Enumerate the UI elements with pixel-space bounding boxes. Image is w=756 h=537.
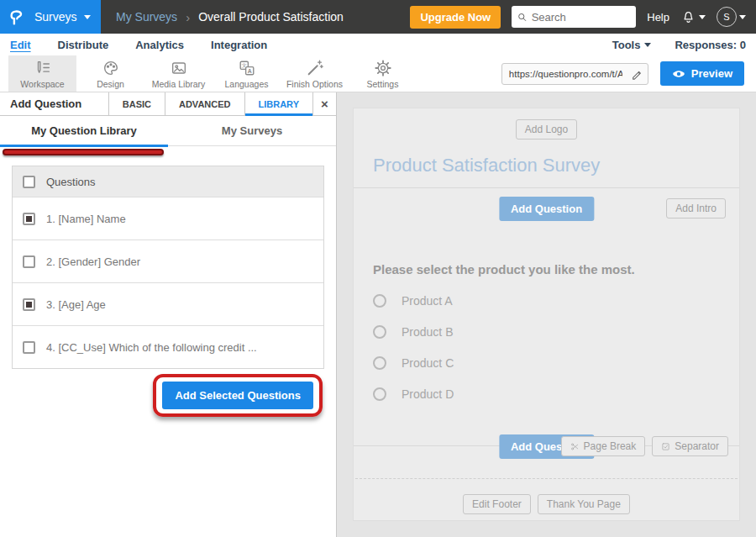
upgrade-now-button[interactable]: Upgrade Now bbox=[410, 6, 501, 29]
tab-basic[interactable]: BASIC bbox=[108, 92, 165, 115]
account-menu[interactable]: S bbox=[717, 7, 746, 27]
close-icon[interactable]: × bbox=[312, 92, 336, 115]
search-input[interactable] bbox=[532, 11, 631, 24]
option-product-d[interactable]: Product D bbox=[373, 387, 720, 401]
page-break-button[interactable]: Page Break bbox=[561, 436, 646, 456]
dashed-divider bbox=[355, 478, 738, 479]
separator-label: Separator bbox=[675, 440, 719, 452]
chevron-down-icon bbox=[699, 15, 706, 19]
responses-count: Responses: 0 bbox=[675, 39, 746, 51]
option-label: Product D bbox=[402, 387, 454, 401]
toolbar-workspace[interactable]: Workspace bbox=[8, 55, 76, 92]
add-question-top-button[interactable]: Add Question bbox=[499, 197, 594, 221]
pencil-icon bbox=[631, 68, 643, 80]
search-icon bbox=[517, 12, 527, 23]
survey-section-nav: Edit Distribute Analytics Integration To… bbox=[0, 34, 756, 55]
toolbar-finish-options[interactable]: Finish Options bbox=[281, 55, 349, 92]
radio-icon[interactable] bbox=[373, 294, 386, 308]
media-library-icon bbox=[170, 59, 188, 77]
thank-you-page-button[interactable]: Thank You Page bbox=[538, 494, 630, 514]
option-label: Product C bbox=[402, 356, 454, 370]
question-library-list: Questions 1. [Name] Name 2. [Gender] Gen… bbox=[12, 166, 324, 369]
tab-analytics[interactable]: Analytics bbox=[135, 39, 184, 51]
survey-title[interactable]: Product Satisfaction Survey bbox=[373, 155, 720, 176]
eye-icon bbox=[672, 69, 685, 79]
option-product-c[interactable]: Product C bbox=[373, 356, 720, 370]
checkbox-check-icon bbox=[661, 442, 670, 451]
subtab-my-surveys[interactable]: My Surveys bbox=[168, 116, 336, 145]
brand-menu-label: Surveys bbox=[34, 10, 77, 24]
list-item-question-2[interactable]: 2. [Gender] Gender bbox=[13, 240, 323, 282]
divider bbox=[354, 187, 739, 188]
option-product-b[interactable]: Product B bbox=[373, 325, 720, 339]
survey-preview-paper: Add Logo Product Satisfaction Survey Add… bbox=[353, 108, 740, 521]
list-item-question-4[interactable]: 4. [CC_Use] Which of the following credi… bbox=[13, 325, 323, 368]
questionpro-logo-icon bbox=[8, 7, 27, 27]
global-search[interactable] bbox=[512, 6, 636, 28]
toolbar-label: Settings bbox=[367, 79, 399, 89]
toolbar-design[interactable]: Design bbox=[76, 55, 144, 92]
tools-menu[interactable]: Tools bbox=[612, 39, 652, 51]
question-list-header-label: Questions bbox=[46, 176, 96, 188]
list-item-question-3[interactable]: 3. [Age] Age bbox=[13, 282, 323, 325]
workspace-icon bbox=[34, 59, 52, 77]
tab-integration[interactable]: Integration bbox=[211, 39, 267, 51]
question-label: 2. [Gender] Gender bbox=[46, 255, 140, 268]
finish-options-icon bbox=[306, 59, 324, 77]
panel-title: Add Question bbox=[0, 92, 108, 115]
breadcrumb-my-surveys[interactable]: My Surveys bbox=[116, 10, 177, 24]
question-checkbox[interactable] bbox=[23, 341, 35, 354]
separator-button[interactable]: Separator bbox=[652, 436, 728, 456]
settings-icon bbox=[374, 59, 392, 77]
radio-icon[interactable] bbox=[373, 325, 386, 339]
breadcrumb-separator: › bbox=[186, 10, 190, 24]
add-logo-button[interactable]: Add Logo bbox=[516, 119, 577, 140]
help-link[interactable]: Help bbox=[647, 11, 669, 24]
option-product-a[interactable]: Product A bbox=[373, 294, 720, 308]
design-icon bbox=[102, 59, 120, 77]
chevron-down-icon bbox=[84, 15, 91, 19]
brand-surveys-menu[interactable]: Surveys bbox=[0, 0, 101, 34]
toolbar-label: Languages bbox=[225, 79, 269, 89]
toolbar-media-library[interactable]: Media Library bbox=[144, 55, 213, 92]
notifications-menu[interactable] bbox=[680, 9, 706, 25]
scissors-icon bbox=[570, 442, 580, 451]
breadcrumb-current-survey: Overall Product Satisfaction bbox=[198, 10, 344, 24]
tab-library[interactable]: LIBRARY bbox=[244, 92, 312, 115]
question-preview[interactable]: Please select the product you like the m… bbox=[354, 225, 739, 401]
toolbar-label: Design bbox=[97, 79, 124, 89]
toolbar-settings[interactable]: Settings bbox=[349, 55, 417, 92]
toolbar-label: Finish Options bbox=[286, 79, 343, 89]
preview-label: Preview bbox=[691, 67, 732, 80]
edit-footer-button[interactable]: Edit Footer bbox=[463, 494, 531, 514]
languages-icon: 文 A bbox=[238, 59, 256, 77]
svg-text:A: A bbox=[247, 67, 251, 73]
toolbar-languages[interactable]: 文 A Languages bbox=[213, 55, 281, 92]
red-highlight-underline bbox=[3, 149, 164, 155]
question-label: 3. [Age] Age bbox=[46, 298, 106, 311]
question-checkbox[interactable] bbox=[23, 255, 35, 268]
tab-advanced[interactable]: ADVANCED bbox=[165, 92, 244, 115]
option-label: Product A bbox=[402, 294, 453, 308]
radio-icon[interactable] bbox=[373, 356, 386, 370]
preview-button[interactable]: Preview bbox=[660, 61, 744, 86]
tab-distribute[interactable]: Distribute bbox=[58, 39, 109, 51]
question-text: Please select the product you like the m… bbox=[373, 262, 720, 276]
select-all-checkbox[interactable] bbox=[23, 176, 35, 188]
question-checkbox[interactable] bbox=[23, 213, 35, 225]
question-label: 4. [CC_Use] Which of the following credi… bbox=[46, 341, 257, 354]
radio-icon[interactable] bbox=[373, 387, 386, 401]
toolbar-label: Workspace bbox=[20, 79, 64, 89]
add-question-panel: Add Question BASIC ADVANCED LIBRARY × My… bbox=[0, 92, 337, 537]
add-selected-questions-button[interactable]: Add Selected Questions bbox=[162, 382, 313, 409]
toolbar-label: Media Library bbox=[152, 79, 206, 89]
tab-edit[interactable]: Edit bbox=[10, 39, 31, 51]
question-checkbox[interactable] bbox=[23, 298, 35, 311]
survey-url-input[interactable] bbox=[502, 69, 626, 79]
subtab-my-question-library[interactable]: My Question Library bbox=[0, 116, 168, 145]
bell-icon bbox=[680, 9, 696, 25]
add-intro-button[interactable]: Add Intro bbox=[666, 198, 726, 218]
avatar: S bbox=[717, 7, 737, 27]
list-item-question-1[interactable]: 1. [Name] Name bbox=[13, 197, 323, 240]
edit-url-button[interactable] bbox=[626, 64, 648, 84]
